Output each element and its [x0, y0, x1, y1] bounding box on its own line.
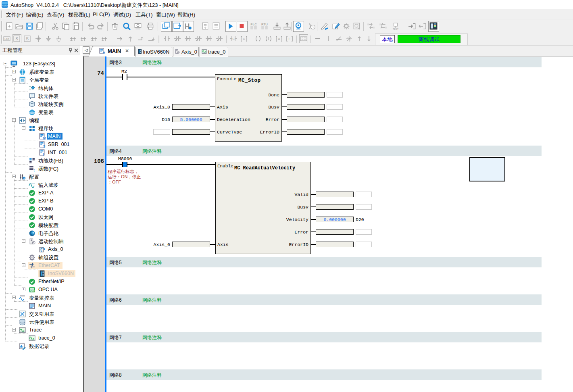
svg-text:AUTO: AUTO — [2, 4, 8, 7]
svg-text:OPC: OPC — [29, 290, 35, 292]
svg-text:M: M — [43, 136, 46, 140]
svg-text:I: I — [43, 152, 44, 156]
svg-text:TEST: TEST — [393, 28, 399, 30]
svg-text:(): () — [33, 169, 35, 172]
svg-text:M: M — [102, 51, 105, 54]
svg-text:S: S — [15, 37, 18, 41]
svg-text:S: S — [43, 144, 46, 148]
svg-text:PLC: PLC — [250, 23, 257, 26]
svg-text:RTU: RTU — [261, 23, 268, 26]
svg-text:C: C — [243, 37, 245, 41]
svg-text:A: A — [278, 37, 280, 41]
svg-text:LAD: LAD — [4, 38, 9, 40]
svg-text:F: F — [289, 37, 291, 41]
svg-text:S: S — [232, 37, 234, 41]
svg-text:S: S — [26, 37, 29, 41]
